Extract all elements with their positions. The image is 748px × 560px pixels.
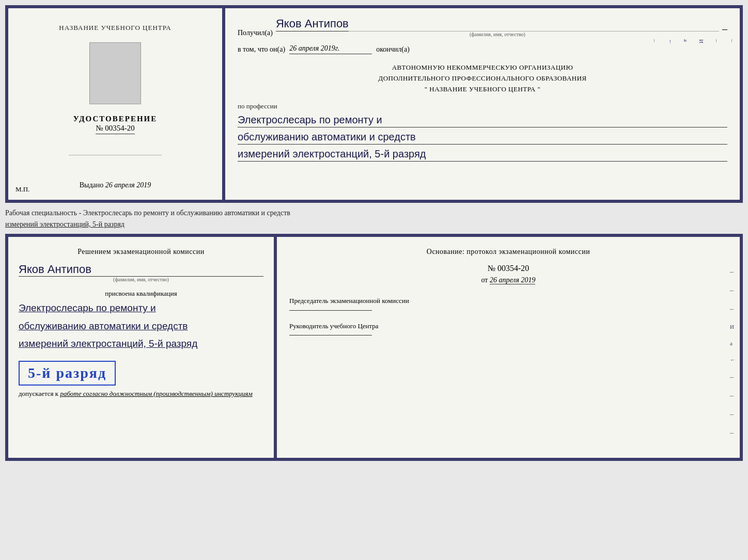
org-line-1: АВТОНОМНУЮ НЕКОММЕРЧЕСКУЮ ОРГАНИЗАЦИЮ (238, 62, 727, 73)
vtom-line: в том, что он(а) 26 апреля 2019г. окончи… (238, 44, 727, 54)
ot-line: от 26 апреля 2019 (289, 276, 727, 284)
prisvoena-line: присвоена квалификация (19, 290, 263, 298)
dopuskaetsya-label: допускается к (19, 390, 58, 397)
right-dec-bottom: – – – И а ← – – – – (730, 268, 736, 437)
org-line-2: ДОПОЛНИТЕЛЬНОГО ПРОФЕССИОНАЛЬНОГО ОБРАЗО… (238, 73, 727, 84)
bottom-name-block: Яков Антипов (фамилия, имя, отчество) (19, 263, 263, 282)
ot-label: от (481, 276, 488, 284)
vtom-label: в том, что он(а) (238, 45, 285, 54)
predsedatel-signature-line (289, 310, 372, 311)
bottom-document: Решением экзаменационной комиссии Яков А… (5, 234, 743, 461)
cert-title-block: УДОСТОВЕРЕНИЕ № 00354-20 (73, 115, 158, 134)
separator-text-1: Рабочая специальность - Электрослесарь п… (5, 207, 743, 218)
resheniem-text: Решением экзаменационной комиссии (77, 248, 205, 255)
bottom-prof-3: измерений электростанций, 5-й разряд (19, 337, 263, 351)
osnovanie-line: Основание: протокол экзаменационной коми… (289, 246, 727, 258)
issued-label: Выдано (80, 181, 104, 189)
issued-date: 26 апреля 2019 (105, 181, 151, 189)
resheniem-line: Решением экзаменационной комиссии (19, 246, 263, 258)
dopuskaetsya-block: допускается к работе согласно должностны… (19, 390, 263, 398)
profession-line-3: измерений электростанций, 5-й разряд (238, 147, 727, 162)
top-doc-right-panel: Получил(а) Яков Антипов (фамилия, имя, о… (225, 8, 740, 200)
recipient-label: Получил(а) (238, 29, 273, 37)
okonchill-label: окончил(а) (376, 45, 410, 54)
razryad-badge-wrapper: 5-й разряд (19, 356, 263, 386)
rukovoditel-block: Руководитель учебного Центра (289, 321, 727, 336)
rukovoditel-signature-line (289, 335, 372, 335)
fio-sublabel: (фамилия, имя, отчество) (276, 31, 719, 37)
dash-separator: – (722, 23, 727, 37)
vtom-date: 26 апреля 2019г. (289, 44, 372, 54)
cert-label: УДОСТОВЕРЕНИЕ (73, 115, 158, 123)
bottom-prof-2: обслуживанию автоматики и средств (19, 319, 263, 334)
bottom-doc-right-panel: Основание: протокол экзаменационной коми… (277, 237, 740, 458)
rukovoditel-label: Руководитель учебного Центра (289, 321, 727, 331)
photo-placeholder (89, 42, 141, 104)
bottom-fio-sublabel: (фамилия, имя, отчество) (19, 277, 263, 282)
po-professii-label: по профессии (238, 102, 727, 110)
top-document: НАЗВАНИЕ УЧЕБНОГО ЦЕНТРА УДОСТОВЕРЕНИЕ №… (5, 5, 743, 203)
separator-block: Рабочая специальность - Электрослесарь п… (5, 207, 743, 230)
org-block: АВТОНОМНУЮ НЕКОММЕРЧЕСКУЮ ОРГАНИЗАЦИЮ ДО… (238, 62, 727, 94)
recipient-line: Получил(а) Яков Антипов (фамилия, имя, о… (238, 18, 727, 37)
right-decorations: – – И а ← – (652, 39, 736, 45)
predsedatel-label: Председатель экзаменационной комиссии (289, 296, 727, 306)
predsedatel-block: Председатель экзаменационной комиссии (289, 296, 727, 311)
profession-line-2: обслуживанию автоматики и средств (238, 130, 727, 145)
top-left-title: НАЗВАНИЕ УЧЕБНОГО ЦЕНТРА (59, 24, 171, 32)
razryad-badge: 5-й разряд (19, 361, 116, 386)
protocol-num: № 00354-20 (289, 264, 727, 273)
ot-date: 26 апреля 2019 (490, 276, 535, 284)
profession-line-1: Электрослесарь по ремонту и (238, 113, 727, 127)
issued-line: Выдано 26 апреля 2019 (80, 181, 151, 189)
cert-number: № 00354-20 (96, 124, 135, 134)
recipient-name: Яков Антипов (276, 17, 349, 31)
bottom-prof-1: Электрослесарь по ремонту и (19, 301, 263, 316)
dopuskaetsya-text: работе согласно должностным (производств… (60, 390, 252, 397)
separator-text-2: измерений электростанций, 5-й разряд (5, 218, 743, 230)
org-line-3: " НАЗВАНИЕ УЧЕБНОГО ЦЕНТРА " (238, 84, 727, 95)
bottom-name: Яков Антипов (19, 263, 263, 277)
mp-label: М.П. (15, 185, 29, 194)
bottom-doc-left-panel: Решением экзаменационной комиссии Яков А… (8, 237, 277, 458)
top-doc-left-panel: НАЗВАНИЕ УЧЕБНОГО ЦЕНТРА УДОСТОВЕРЕНИЕ №… (8, 8, 225, 200)
